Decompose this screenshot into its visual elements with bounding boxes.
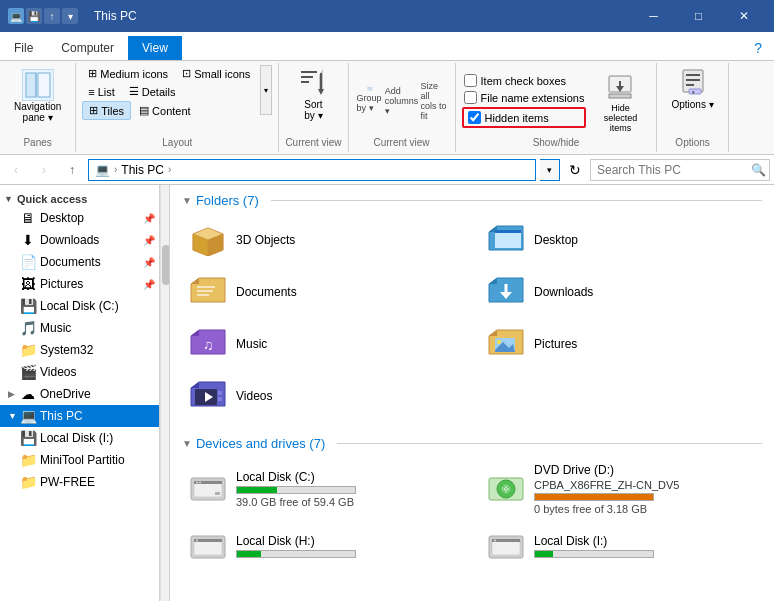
folder-item-3d-objects[interactable]: 3D Objects (182, 216, 464, 264)
layout-details[interactable]: ☰ Details (123, 83, 182, 100)
sidebar-item-system32[interactable]: 📁 System32 (0, 339, 159, 361)
nav-pane-label: Navigationpane ▾ (14, 101, 61, 123)
add-columns-button[interactable]: Add columns ▾ (387, 85, 417, 115)
folder-item-documents[interactable]: Documents (182, 268, 464, 316)
sidebar-item-videos[interactable]: 🎬 Videos (0, 361, 159, 383)
folder-item-music[interactable]: ♫ Music (182, 320, 464, 368)
quick-save-btn[interactable]: 💾 (26, 8, 42, 24)
svg-rect-3 (301, 71, 317, 73)
drives-section-title[interactable]: ▼ Devices and drives (7) (182, 436, 762, 451)
minimize-button[interactable]: ─ (631, 0, 676, 32)
search-input[interactable] (597, 163, 747, 177)
size-columns-button[interactable]: Size all cols to fit (419, 85, 449, 115)
svg-rect-40 (197, 294, 209, 296)
forward-button[interactable]: › (32, 158, 56, 182)
drive-dvd-bar-container (534, 493, 654, 501)
back-button[interactable]: ‹ (4, 158, 28, 182)
layout-list[interactable]: ≡ List (82, 84, 121, 100)
layout-content[interactable]: ▤ Content (133, 102, 197, 119)
sidebar-item-documents[interactable]: 📄 Documents 📌 (0, 251, 159, 273)
svg-text:▾: ▾ (691, 89, 694, 95)
folder-downloads-label: Downloads (534, 285, 593, 299)
ribbon-group-options: ▾ Options ▾ Options (657, 63, 728, 152)
sidebar-item-onedrive[interactable]: ▶ ☁ OneDrive (0, 383, 159, 405)
drive-c-info: Local Disk (C:) 39.0 GB free of 59.4 GB (236, 470, 356, 508)
downloads-pin: 📌 (143, 235, 155, 246)
search-icon: 🔍 (751, 163, 766, 177)
sidebar-item-downloads[interactable]: ⬇ Downloads 📌 (0, 229, 159, 251)
hidden-items-row[interactable]: Hidden items (462, 107, 587, 128)
sidebar-scrollbar[interactable] (160, 185, 169, 601)
layout-row-3: ⊞ Tiles ▤ Content (82, 101, 256, 120)
file-extensions-row[interactable]: File name extensions (462, 90, 587, 105)
system32-label: System32 (40, 343, 93, 357)
file-extensions-checkbox[interactable] (464, 91, 477, 104)
local-disk-c-label: Local Disk (C:) (40, 299, 119, 313)
layout-tiles[interactable]: ⊞ Tiles (82, 101, 131, 120)
navigation-pane-button[interactable]: Navigationpane ▾ (6, 65, 69, 127)
svg-rect-49 (218, 391, 222, 395)
drive-h-info: Local Disk (H:) (236, 534, 356, 560)
quick-access-header[interactable]: ▼ Quick access (0, 189, 159, 207)
folder-item-downloads[interactable]: Downloads (480, 268, 762, 316)
group-by-button[interactable]: Group by ▾ (355, 85, 385, 115)
sidebar-item-this-pc[interactable]: ▼ 💻 This PC (0, 405, 159, 427)
sidebar-container: ▼ Quick access 🖥 Desktop 📌 ⬇ Downloads 📌… (0, 185, 170, 601)
folder-item-pictures[interactable]: Pictures (480, 320, 762, 368)
drive-dvd-bar (535, 494, 653, 500)
close-button[interactable]: ✕ (721, 0, 766, 32)
quick-drop-btn[interactable]: ▾ (62, 8, 78, 24)
tab-file[interactable]: File (0, 36, 47, 60)
sidebar-scrollbar-thumb (162, 245, 170, 285)
hide-selected-button[interactable]: Hide selecteditems (590, 69, 650, 135)
sidebar-item-music[interactable]: 🎵 Music (0, 317, 159, 339)
svg-rect-65 (194, 539, 222, 542)
up-button[interactable]: ↑ (60, 158, 84, 182)
item-checkboxes-checkbox[interactable] (464, 74, 477, 87)
drive-item-i[interactable]: Local Disk (I:) (480, 523, 762, 571)
local-disk-i-sidebar-icon: 💾 (20, 430, 36, 446)
address-bar: ‹ › ↑ 💻 › This PC › ▾ ↻ 🔍 (0, 155, 774, 185)
svg-rect-12 (370, 89, 372, 90)
sidebar-item-pw-free[interactable]: 📁 PW-FREE (0, 471, 159, 493)
folder-item-desktop[interactable]: Desktop (480, 216, 762, 264)
ribbon: File Computer View ? Navigationpane ▾ (0, 32, 774, 155)
sort-by-button[interactable]: Sortby ▾ (291, 65, 335, 123)
downloads-icon: ⬇ (20, 232, 36, 248)
help-icon[interactable]: ? (750, 36, 766, 60)
sidebar-item-local-disk-i[interactable]: 💾 Local Disk (I:) (0, 427, 159, 449)
address-dropdown-button[interactable]: ▾ (540, 159, 560, 181)
maximize-button[interactable]: □ (676, 0, 721, 32)
options-button[interactable]: ▾ Options ▾ (663, 65, 721, 112)
drive-h-icon (188, 527, 228, 567)
svg-point-46 (497, 340, 501, 344)
layout-scroll-btn[interactable]: ▾ (260, 65, 272, 115)
sidebar-item-minitool[interactable]: 📁 MiniTool Partitio (0, 449, 159, 471)
svg-point-66 (196, 540, 198, 542)
medium-icons-label: Medium icons (100, 68, 168, 80)
tab-view[interactable]: View (128, 36, 182, 60)
drive-item-dvd[interactable]: DVD Drive (D:) CPBA_X86FRE_ZH-CN_DV5 0 b… (480, 459, 762, 519)
music-label: Music (40, 321, 71, 335)
sidebar-item-desktop[interactable]: 🖥 Desktop 📌 (0, 207, 159, 229)
drive-item-c[interactable]: Local Disk (C:) 39.0 GB free of 59.4 GB (182, 459, 464, 519)
details-icon: ☰ (129, 85, 139, 98)
folder-item-videos[interactable]: Videos (182, 372, 464, 420)
current-view-group-label: Current view (373, 135, 429, 150)
layout-medium-icons[interactable]: ⊞ Medium icons (82, 65, 174, 82)
item-checkboxes-row[interactable]: Item check boxes (462, 73, 587, 88)
folder-3d-objects-icon (188, 220, 228, 260)
quick-up-btn[interactable]: ↑ (44, 8, 60, 24)
tab-computer[interactable]: Computer (47, 36, 128, 60)
hidden-items-checkbox[interactable] (468, 111, 481, 124)
sidebar-item-local-disk-c[interactable]: 💾 Local Disk (C:) (0, 295, 159, 317)
pictures-icon: 🖼 (20, 276, 36, 292)
window-title: This PC (94, 9, 137, 23)
address-path[interactable]: 💻 › This PC › (88, 159, 536, 181)
sidebar-item-pictures[interactable]: 🖼 Pictures 📌 (0, 273, 159, 295)
refresh-button[interactable]: ↻ (564, 159, 586, 181)
drive-item-h[interactable]: Local Disk (H:) (182, 523, 464, 571)
layout-small-icons[interactable]: ⊡ Small icons (176, 65, 256, 82)
panes-content: Navigationpane ▾ (6, 65, 69, 135)
folders-section-title[interactable]: ▼ Folders (7) (182, 193, 762, 208)
